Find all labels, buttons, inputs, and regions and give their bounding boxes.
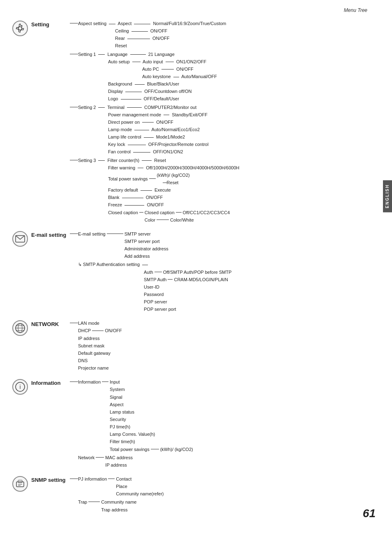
- network-icon: [12, 320, 28, 336]
- email-title: E-mail setting: [31, 232, 68, 238]
- snmp-title: SNMP setting: [31, 477, 68, 483]
- information-title: Information: [31, 380, 68, 386]
- snmp-tree: PJ information Contact Place Community n…: [70, 475, 164, 513]
- section-snmp: SNMP setting PJ information Contact Plac…: [12, 475, 384, 513]
- network-tree: LAN mode DHCP ON/OFF IP address Subnet m…: [70, 319, 122, 372]
- language-tab: ENGLISH: [383, 180, 392, 212]
- svg-text:i: i: [19, 384, 21, 390]
- setting-title: Setting: [31, 21, 68, 28]
- network-title: NETWORK: [31, 321, 68, 327]
- svg-rect-10: [18, 480, 22, 483]
- section-network: NETWORK LAN mode DHCP ON/OFF IP address …: [12, 319, 384, 372]
- snmp-icon: [12, 476, 28, 492]
- section-email: E-mail setting E-mail setting SMTP serve…: [12, 230, 384, 313]
- section-setting: Setting Aspect setting Aspect Normal/Ful…: [12, 20, 384, 224]
- email-tree: E-mail setting SMTP server SMTP server p…: [70, 230, 232, 313]
- setting-icon: [12, 21, 28, 36]
- section-information: i Information Information Input System S…: [12, 378, 384, 469]
- setting-tree: Aspect setting Aspect Normal/Full/16:9/Z…: [70, 20, 239, 224]
- information-tree: Information Input System Signal Aspect L…: [70, 378, 193, 469]
- information-icon: i: [12, 379, 28, 395]
- email-icon: [12, 231, 28, 247]
- page-number: 61: [363, 507, 376, 520]
- page-title: Menu Tree: [0, 0, 392, 16]
